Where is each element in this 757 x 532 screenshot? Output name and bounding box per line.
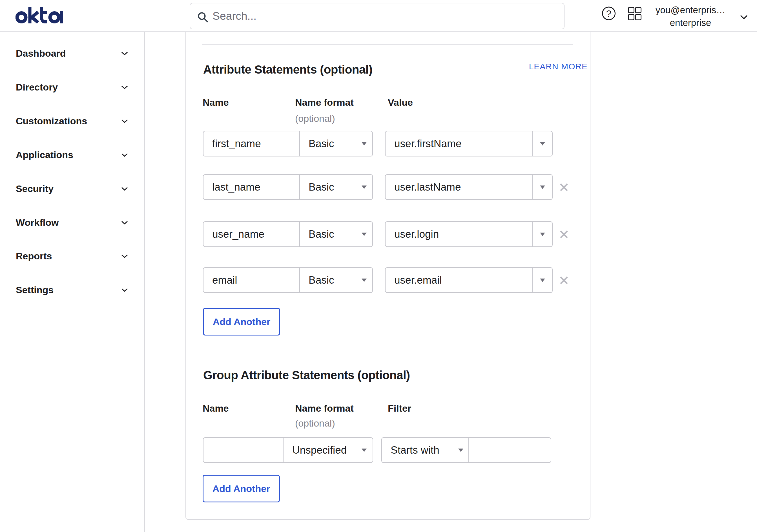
svg-text:?: ? (606, 8, 612, 19)
